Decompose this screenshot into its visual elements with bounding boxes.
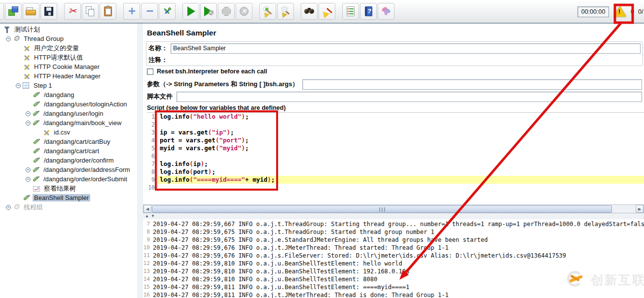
scroll-left-button[interactable]: ◀ [143,205,151,213]
scroll-right-button[interactable]: ▶ [636,205,644,213]
log-line-text: 2019-04-27 08:29:59,810 INFO o.a.j.u.Bea… [153,267,409,275]
log-splitter[interactable]: ▲ ▼ [143,213,644,219]
wrench-icon [23,44,31,52]
wrench-icon [42,129,50,136]
tree-node[interactable]: HTTP请求默认值 [0,53,137,62]
help-button[interactable] [360,3,377,20]
beanshell-sampler-panel: BeanShell Sampler 名称： BeanShell Sampler … [143,24,644,204]
expand-handle-icon[interactable] [26,121,31,126]
expand-handle-icon[interactable] [26,111,31,116]
expand-handle-icon[interactable] [26,167,31,172]
paste-icon [102,5,114,17]
wrench-icon [23,63,31,71]
function-helper-button[interactable] [342,3,359,20]
tree-node[interactable]: 测试计划 [0,25,137,34]
tree-node[interactable]: /dangdang [0,90,137,99]
log-line-text: 2019-04-27 08:29:59,675 INFO o.a.j.t.Thr… [153,228,434,236]
tree-node[interactable]: id.csv [0,128,137,137]
clear-search-icon [321,5,333,17]
tree-node[interactable]: 察看结果树 [0,184,137,193]
code-line[interactable]: 4port = vars.get("port"); [147,136,644,144]
clear-search-button[interactable] [319,3,335,20]
code-line[interactable]: 1log.info("hello world"); [147,113,644,121]
new-button[interactable] [0,3,4,20]
code-line[interactable]: 7log.info(ip); [147,160,644,168]
tree-node[interactable]: 线程组 [0,202,137,212]
tree-node[interactable]: /dangdang/order/orderSubmit [0,174,137,184]
vertical-splitter[interactable] [137,24,143,298]
tree-node[interactable]: /dangdang/cart/cart [0,146,137,156]
name-input[interactable]: BeanShell Sampler [171,43,641,54]
toggle-icon [161,5,173,17]
code-line[interactable]: 2 [147,121,644,129]
code-text [158,184,644,192]
locale-rose-button[interactable] [378,3,394,20]
line-number: 7 [147,160,158,168]
expand-handle-icon[interactable] [6,205,11,210]
sampler-icon [33,147,40,155]
log-line-number: 9 [143,236,153,244]
log-line-number: 8 [143,228,153,236]
results-icon [33,185,40,193]
collapse-down-icon[interactable]: ▼ [151,214,155,219]
toggle-button[interactable] [159,3,176,20]
tree-node[interactable]: HTTP Header Manager [0,71,137,81]
clear-one-button[interactable] [259,3,276,20]
tree-node[interactable]: /dangdang/main/book_view [0,118,137,128]
search-button[interactable] [301,3,318,20]
log-line-text: 2019-04-27 08:29:59,811 INFO o.a.j.t.JMe… [153,291,449,298]
shutdown-icon [238,5,250,17]
expand-handle-icon[interactable] [26,177,31,182]
code-line[interactable]: 9log.info("====myid===="+ myid); [147,176,644,184]
tree-node[interactable]: Thread Group [0,34,137,43]
parameters-input[interactable] [302,79,642,90]
templates-button[interactable] [5,3,22,20]
controller-icon [22,82,30,90]
code-text [158,152,644,160]
sampler-icon [32,110,40,118]
expand-handle-icon[interactable] [6,36,11,41]
copy-button[interactable] [82,3,99,20]
expand-handle-icon[interactable] [16,83,21,88]
log-line: 92019-04-27 08:29:59,675 INFO o.a.j.e.St… [143,236,644,244]
log-errors-indicator[interactable] [613,5,628,19]
tree-node[interactable]: /dangdang/user/tologinAction [0,99,137,109]
comment-input[interactable] [171,55,641,66]
reset-interpreter-checkbox[interactable] [147,68,153,75]
comment-label: 注释： [148,56,168,65]
code-line[interactable]: 6 [147,152,644,160]
script-editor[interactable]: 1log.info("hello world");23ip = vars.get… [147,112,644,204]
tree-node[interactable]: /dangdang/order/confirm [0,156,137,165]
code-line[interactable]: 3ip = vars.get("ip"); [147,129,644,136]
tree-node[interactable]: Step 1 [0,81,137,90]
tree-node[interactable]: HTTP Cookie Manager [0,62,137,71]
scrollbar-thumb[interactable] [152,205,612,213]
tree-node[interactable]: /dangdang/user/login [0,109,137,118]
tree-node-label: /dangdang/order/addressForm [42,166,132,173]
code-line[interactable]: 10 [147,184,644,192]
open-button[interactable] [23,3,39,20]
paste-button[interactable] [100,3,116,20]
panel-title: BeanShell Sampler [147,29,216,37]
new-icon [0,5,1,17]
reset-interpreter-row: Reset bsh.Interpreter before each call [147,68,267,75]
tree-node[interactable]: 用户定义的变量 [0,43,137,53]
clear-all-button[interactable] [277,3,294,20]
collapse-up-icon[interactable]: ▲ [145,214,149,219]
tree-node[interactable]: /dangdang/cart/cartBuy [0,137,137,146]
tree-node[interactable]: /dangdang/order/addressForm [0,165,137,174]
tree-node-label: /dangdang/cart/cartBuy [42,138,111,145]
save-button[interactable] [40,3,57,20]
start-button[interactable] [182,3,199,20]
add-button[interactable] [123,3,140,20]
start-no-timers-button[interactable] [200,3,217,20]
toolbar-separator [117,11,123,12]
code-line[interactable]: 5myid = vars.get("myid"); [147,144,644,152]
horizontal-scrollbar[interactable]: ◀ ▶ [143,204,644,213]
code-line[interactable]: 8log.info(port); [147,168,644,176]
script-file-input[interactable] [177,92,642,102]
tree-node[interactable]: BeanShell Sampler [0,193,137,202]
remove-button[interactable] [141,3,158,20]
cut-button[interactable] [64,3,81,20]
tree-node-label: /dangdang/user/tologinAction [42,100,128,108]
